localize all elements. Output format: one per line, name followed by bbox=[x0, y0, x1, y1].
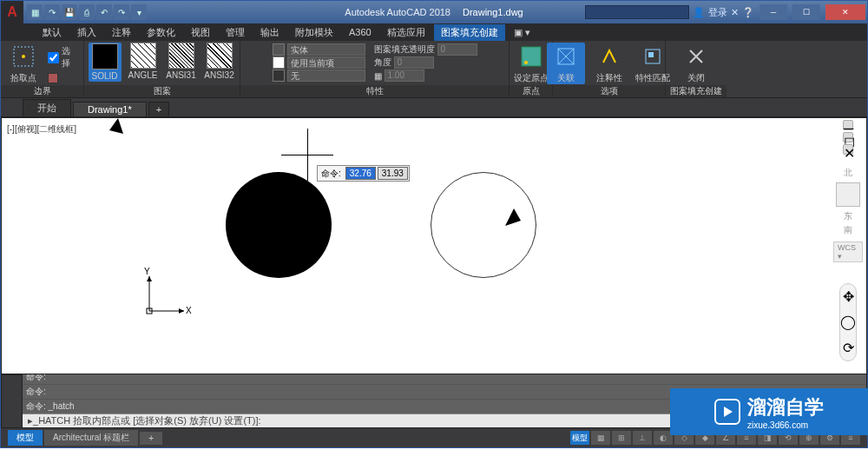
qat-dropdown-icon[interactable]: ▾ bbox=[131, 4, 147, 20]
coord-x[interactable]: 32.76 bbox=[345, 167, 376, 180]
tab-default[interactable]: 默认 bbox=[36, 24, 69, 41]
tab-addins[interactable]: 附加模块 bbox=[288, 24, 340, 41]
nav-zoom-icon[interactable]: ◯ bbox=[840, 314, 856, 330]
status-model-button[interactable]: 模型 bbox=[570, 431, 589, 445]
view-label[interactable]: [-][俯视][二维线框] bbox=[7, 123, 76, 136]
angle-input[interactable]: 0 bbox=[394, 56, 434, 69]
swatch-ansi32[interactable]: ANSI32 bbox=[203, 43, 236, 80]
viewcube-close-icon[interactable]: ✕ bbox=[843, 144, 853, 155]
viewcube[interactable] bbox=[836, 182, 860, 207]
transparency-label: 图案填充透明度 bbox=[374, 43, 435, 56]
qat-open-icon[interactable]: ↷ bbox=[44, 4, 60, 20]
exchange-icon[interactable]: ✕ bbox=[731, 7, 739, 18]
filled-circle[interactable] bbox=[226, 172, 332, 278]
watermark-title: 溜溜自学 bbox=[747, 394, 824, 420]
pattern-type-icon bbox=[273, 43, 285, 56]
filetab-drawing1[interactable]: Drawing1* bbox=[73, 102, 147, 116]
qat-saveas-icon[interactable]: ⎙ bbox=[79, 4, 95, 20]
modeltab-add[interactable]: + bbox=[140, 432, 162, 445]
filetab-start[interactable]: 开始 bbox=[23, 99, 71, 116]
qat-undo-icon[interactable]: ↶ bbox=[96, 4, 112, 20]
close-hatch-button[interactable]: 关闭 bbox=[677, 43, 715, 84]
viewcube-south: 南 bbox=[844, 224, 852, 236]
swatch-angle[interactable]: ANGLE bbox=[127, 43, 160, 80]
status-snap-icon[interactable]: ⊞ bbox=[612, 431, 631, 445]
qat-redo-icon[interactable]: ↷ bbox=[114, 4, 129, 20]
watermark-url: zixue.3d66.com bbox=[747, 420, 824, 430]
minimize-button[interactable]: ─ bbox=[760, 4, 787, 20]
doc-title: Drawing1.dwg bbox=[463, 7, 523, 17]
qat-new-icon[interactable]: ▦ bbox=[27, 4, 43, 20]
viewcube-east: 东 bbox=[844, 210, 852, 222]
tab-featured[interactable]: 精选应用 bbox=[380, 24, 432, 41]
color-select[interactable]: 使用当前项 bbox=[287, 56, 365, 69]
wcs-dropdown[interactable]: WCS ▾ bbox=[833, 241, 863, 262]
bgcolor-select[interactable]: 无 bbox=[287, 69, 365, 82]
tab-extra-icon[interactable]: ▣ ▾ bbox=[507, 25, 537, 40]
tab-view[interactable]: 视图 bbox=[184, 24, 217, 41]
command-handle[interactable] bbox=[2, 375, 23, 427]
modeltab-model[interactable]: 模型 bbox=[8, 430, 43, 446]
app-logo-icon[interactable]: A bbox=[1, 1, 23, 23]
swatch-solid-icon bbox=[92, 43, 118, 69]
pattern-type-select[interactable]: 实体 bbox=[287, 43, 365, 56]
viewcube-rest-icon[interactable]: ◻ bbox=[843, 132, 853, 142]
ucs-y-label: Y bbox=[144, 267, 150, 276]
panel-options: 关联 注释性 特性匹配 选项 bbox=[553, 41, 666, 97]
color-icon bbox=[273, 56, 285, 69]
app-title: Autodesk AutoCAD 2018 bbox=[345, 7, 450, 17]
qat-save-icon[interactable]: 💾 bbox=[62, 4, 77, 20]
ucs-icon[interactable]: X Y bbox=[141, 268, 193, 323]
tab-hatch-creation[interactable]: 图案填充创建 bbox=[434, 24, 505, 41]
tab-parametric[interactable]: 参数化 bbox=[140, 24, 182, 41]
annotative-button[interactable]: 注释性 bbox=[590, 43, 628, 84]
close-button[interactable]: ✕ bbox=[825, 4, 865, 20]
status-grid-icon[interactable]: ▦ bbox=[591, 431, 610, 445]
svg-marker-13 bbox=[109, 118, 123, 134]
maximize-button[interactable]: ☐ bbox=[792, 4, 820, 20]
swatch-ansi32-icon bbox=[207, 43, 233, 69]
svg-point-3 bbox=[524, 61, 528, 64]
scale-icon: ▦ bbox=[374, 71, 382, 81]
swatch-angle-icon bbox=[130, 43, 156, 69]
scale-input[interactable]: 1.00 bbox=[385, 69, 424, 82]
nav-orbit-icon[interactable]: ⟳ bbox=[843, 340, 854, 356]
help-icon[interactable]: ❔ bbox=[742, 7, 754, 18]
tab-annotate[interactable]: 注释 bbox=[105, 24, 138, 41]
modeltab-layout1[interactable]: Architectural 标题栏 bbox=[44, 430, 138, 446]
pick-points-button[interactable]: 拾取点 bbox=[6, 43, 41, 84]
filetab-add[interactable]: + bbox=[148, 102, 169, 116]
dynamic-input: 命令: 32.76 31.93 bbox=[317, 165, 410, 182]
svg-marker-8 bbox=[179, 308, 184, 314]
user-icon[interactable]: 👤 bbox=[693, 7, 705, 18]
select-checkbox[interactable]: 选择 bbox=[46, 44, 78, 70]
view-controls: ─ ◻ ✕ 北 东 南 WCS ▾ ✥ ◯ ⟳ bbox=[833, 120, 863, 361]
svg-marker-15 bbox=[505, 208, 521, 226]
angle-label: 角度 bbox=[374, 56, 391, 69]
tab-insert[interactable]: 插入 bbox=[70, 24, 103, 41]
transparency-input[interactable]: 0 bbox=[437, 43, 477, 56]
viewcube-min-icon[interactable]: ─ bbox=[843, 120, 853, 130]
remove-checkbox[interactable] bbox=[46, 72, 78, 84]
nav-pan-icon[interactable]: ✥ bbox=[843, 288, 854, 305]
nav-bar[interactable]: ✥ ◯ ⟳ bbox=[839, 283, 857, 361]
tab-output[interactable]: 输出 bbox=[253, 24, 286, 41]
quick-access-toolbar: ▦ ↷ 💾 ⎙ ↶ ↷ ▾ bbox=[27, 4, 147, 20]
swatch-ansi31-icon bbox=[168, 43, 194, 69]
panel-properties: 实体 使用当前项 无 图案填充透明度0 角度0 ▦1.00 特性 bbox=[240, 41, 510, 97]
set-origin-button[interactable]: 设定原点 bbox=[512, 43, 550, 84]
drawing-canvas[interactable]: [-][俯视][二维线框] 命令: 32.76 31.93 X Y ─ bbox=[1, 117, 867, 374]
user-login-label[interactable]: 登录 bbox=[708, 6, 727, 19]
search-input[interactable] bbox=[585, 5, 689, 19]
swatch-ansi31[interactable]: ANSI31 bbox=[165, 43, 198, 80]
tab-manage[interactable]: 管理 bbox=[219, 24, 252, 41]
annotative-icon bbox=[595, 43, 623, 70]
swatch-solid[interactable]: SOLID bbox=[89, 43, 122, 82]
coord-y: 31.93 bbox=[378, 167, 408, 180]
status-ortho-icon[interactable]: ⊥ bbox=[633, 431, 652, 445]
bgcolor-icon bbox=[273, 69, 285, 82]
panel-close: 关闭 图案填充创建 bbox=[666, 41, 727, 97]
associative-button[interactable]: 关联 bbox=[547, 43, 585, 84]
svg-line-12 bbox=[90, 118, 118, 238]
tab-a360[interactable]: A360 bbox=[342, 25, 378, 39]
